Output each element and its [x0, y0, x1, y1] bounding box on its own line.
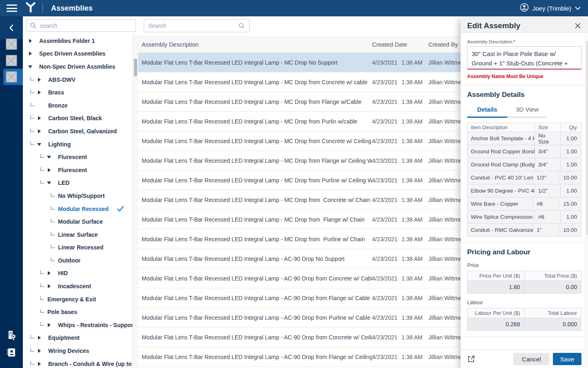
- tree-item-hid[interactable]: HID: [23, 267, 132, 280]
- folder-search[interactable]: [26, 19, 136, 32]
- tree-item-equiptment[interactable]: Equiptment: [23, 332, 132, 345]
- tree-item-emergency-exit[interactable]: Emergency & Exit: [23, 293, 132, 306]
- tree-item-brass[interactable]: Brass: [23, 86, 132, 99]
- tree-item-modular-recessed[interactable]: Modular Recessed: [23, 202, 132, 215]
- tree-item-no-whip-support[interactable]: No Whip/Support: [23, 189, 132, 202]
- tree-item-incadescent[interactable]: Incadescent: [23, 280, 132, 293]
- tree-item-carbon-steel-black[interactable]: Carbon Steel, Black: [23, 112, 132, 125]
- tree-item-non-spec-driven-assmblies[interactable]: Non-Spec Driven Assmblies: [23, 60, 132, 73]
- expand-arrow-icon[interactable]: [47, 284, 51, 289]
- tree-item-abs-dwv[interactable]: ABS-DWV: [23, 73, 132, 86]
- rail-item-1[interactable]: [0, 36, 23, 52]
- grid-search[interactable]: [144, 19, 249, 32]
- item-row[interactable]: Conduit - PVC 40 10' Length1/2”10.00: [468, 171, 581, 184]
- tree-item-wiring-devices[interactable]: Wiring Devices: [23, 344, 132, 357]
- tree-item-linear-recessed[interactable]: Linear Recessed: [23, 241, 132, 254]
- item-row[interactable]: Ground Rod Clamp (Budget3/4”1.00: [468, 158, 581, 171]
- tree-item-branch-conduit-wire-up-to-1[interactable]: Branch - Conduit & Wire (up to 1”): [23, 357, 132, 368]
- rail-item-3-selected[interactable]: [0, 69, 23, 85]
- open-in-new-window-button[interactable]: [467, 355, 475, 363]
- image-placeholder-icon: [6, 38, 17, 50]
- cancel-button[interactable]: Cancel: [513, 353, 550, 365]
- cell-created-date: 4/23/20211:38 AM: [372, 216, 428, 223]
- tree-item-pole-bases[interactable]: Pole bases: [23, 305, 132, 319]
- app-window: Assemblies Joey (Trimble): [0, 0, 588, 368]
- tree-scrollbar[interactable]: [132, 34, 138, 368]
- item-row[interactable]: Wire Splice Compression fo#61.00: [468, 210, 581, 223]
- close-button[interactable]: [574, 22, 581, 29]
- expand-arrow-icon[interactable]: [38, 335, 42, 340]
- cell-created-date: 4/23/20211:38 AM: [372, 59, 428, 66]
- tree-item-whips-restraints-supports[interactable]: Whips - Restraints - Supports: [23, 319, 132, 332]
- assembly-description-input[interactable]: 30" Cast in Place Pole Base w/ Ground + …: [467, 46, 581, 70]
- hamburger-menu-icon[interactable]: [7, 4, 17, 12]
- elbow-glyph: [30, 348, 34, 352]
- tree-item-bronze[interactable]: Bronze: [23, 99, 132, 112]
- expand-arrow-icon[interactable]: [38, 348, 42, 353]
- tab-3d-view[interactable]: 3D View: [507, 103, 547, 117]
- item-row[interactable]: Ground Rod Copper Bonded3/4”1.00: [468, 145, 581, 158]
- expand-arrow-icon[interactable]: [29, 38, 33, 43]
- details-tabs: Details 3D View: [467, 103, 547, 118]
- divider: [461, 337, 588, 337]
- expand-arrow-icon[interactable]: [47, 168, 51, 173]
- grid-search-input[interactable]: [148, 22, 235, 29]
- elbow-glyph: [40, 296, 44, 300]
- expand-arrow-icon[interactable]: [29, 64, 33, 69]
- folder-search-input[interactable]: [40, 22, 132, 29]
- item-row[interactable]: Wire Bare - Copper#615.00: [468, 197, 581, 210]
- rail-item-2[interactable]: [0, 52, 23, 69]
- tree-item-spec-driven-assemblies[interactable]: Spec Driven Assemblies: [23, 47, 132, 61]
- save-button[interactable]: Save: [553, 353, 581, 365]
- expand-arrow-icon[interactable]: [38, 129, 42, 134]
- elbow-glyph: [51, 258, 55, 261]
- expand-arrow-icon[interactable]: [47, 323, 51, 328]
- image-placeholder-icon: [6, 71, 17, 83]
- cell-assembly-description: Modular Flat Lens T-Bar Recessed LED Int…: [138, 314, 372, 321]
- edit-panel-title: Edit Assembly: [467, 21, 520, 30]
- cell-item-size: 1/2”: [535, 184, 561, 197]
- item-row[interactable]: Conduit - RMC Galvanized 11”10.00: [468, 223, 581, 236]
- labour-per-unit-value[interactable]: 0.268: [468, 318, 525, 330]
- tree-item-lighting[interactable]: Lighting: [23, 138, 132, 151]
- panel-scrollbar[interactable]: [585, 33, 588, 368]
- user-menu[interactable]: Joey (Trimble): [520, 3, 581, 13]
- company-locations-button[interactable]: [0, 330, 23, 340]
- company-location-icon: [6, 330, 17, 340]
- tree-item-carbon-steel-galvanized[interactable]: Carbon Steel, Galvanized: [23, 125, 132, 138]
- price-per-unit-value[interactable]: 1.80: [468, 281, 525, 293]
- elbow-glyph: [51, 232, 55, 236]
- tree-item-outdoor[interactable]: Outdoor: [23, 254, 132, 267]
- item-row[interactable]: Anchor Bolt Template - 4 HoNo Size1.00: [468, 132, 581, 145]
- tree-item-led[interactable]: LED: [23, 177, 132, 190]
- expand-arrow-icon[interactable]: [47, 155, 51, 159]
- tree-item-assemblies-folder-1[interactable]: Assemblies Folder 1: [23, 34, 132, 47]
- tree-scrollbar-thumb[interactable]: [134, 58, 137, 76]
- expand-arrow-icon[interactable]: [38, 90, 42, 95]
- contacts-button[interactable]: [0, 348, 23, 357]
- cell-assembly-description: Modular Flat Lens T-Bar Recessed LED Int…: [138, 118, 372, 125]
- expand-arrow-icon[interactable]: [47, 180, 51, 185]
- tree-item-linear-surface[interactable]: Linear Surface: [23, 228, 132, 241]
- expand-arrow-icon[interactable]: [47, 271, 51, 276]
- column-header-created-date[interactable]: Created Date: [372, 41, 428, 48]
- tree-item-flurescent[interactable]: Flurescent: [23, 164, 132, 177]
- required-marker: *: [514, 39, 515, 44]
- tab-details[interactable]: Details: [467, 103, 507, 117]
- item-row[interactable]: Elbow 90 Degree - PVC 40 P1/2”1.00: [468, 184, 581, 197]
- panel-scrollbar-thumb[interactable]: [586, 41, 588, 235]
- tree-item-flurescent[interactable]: Flurescent: [23, 150, 132, 164]
- tree-item-modular-surface[interactable]: Modular Surface: [23, 215, 132, 228]
- total-labour-value: 0.000: [525, 321, 581, 328]
- divider: [461, 242, 588, 243]
- column-header-assembly-description[interactable]: Assembly Description: [138, 41, 372, 48]
- expand-arrow-icon[interactable]: [38, 142, 42, 147]
- items-column-description: Item Description: [468, 123, 535, 132]
- cell-item-size: #6: [535, 211, 561, 223]
- divider: [461, 85, 588, 85]
- expand-arrow-icon[interactable]: [38, 116, 42, 121]
- expand-arrow-icon[interactable]: [29, 51, 33, 56]
- expand-arrow-icon[interactable]: [38, 361, 42, 366]
- expand-arrow-icon[interactable]: [38, 77, 42, 82]
- elbow-glyph: [40, 154, 44, 158]
